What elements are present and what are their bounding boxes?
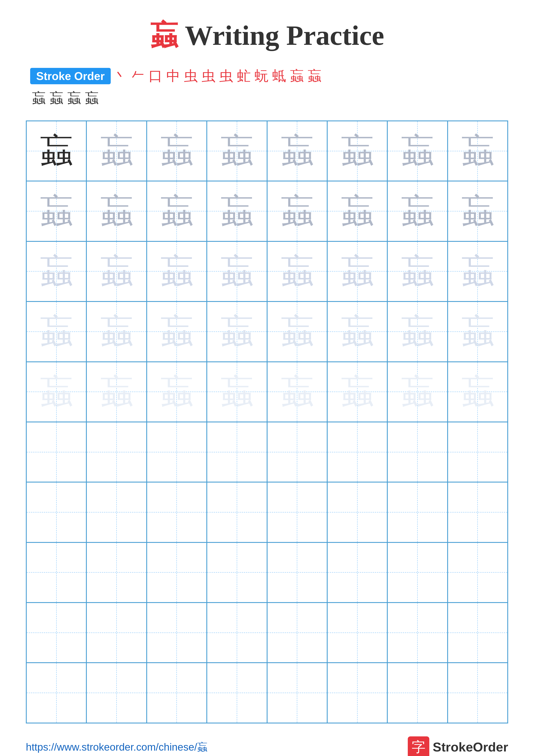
grid-cell[interactable]: 蝱	[207, 241, 267, 302]
grid-cell[interactable]	[26, 422, 87, 482]
grid-cell[interactable]: 蝱	[147, 302, 207, 362]
grid-cell[interactable]: 蝱	[26, 302, 87, 362]
grid-cell[interactable]: 蝱	[267, 302, 327, 362]
grid-cell[interactable]: 蝱	[267, 362, 327, 422]
grid-cell[interactable]	[447, 542, 508, 603]
grid-cell[interactable]	[267, 542, 327, 603]
grid-cell[interactable]: 蝱	[147, 362, 207, 422]
grid-cell[interactable]: 蝱	[327, 302, 387, 362]
grid-cell[interactable]: 蝱	[267, 241, 327, 302]
grid-cell[interactable]: 蝱	[327, 121, 387, 181]
grid-cell[interactable]: 蝱	[87, 241, 146, 302]
grid-cell[interactable]: 蝱	[26, 121, 87, 181]
grid-cell[interactable]: 蝱	[26, 362, 87, 422]
grid-cell[interactable]: 蝱	[327, 362, 387, 422]
grid-cell[interactable]: 蝱	[207, 181, 267, 241]
grid-cell[interactable]	[87, 542, 146, 603]
grid-cell[interactable]: 蝱	[147, 121, 207, 181]
stroke-r2-3: 蝱	[67, 89, 81, 108]
grid-cell[interactable]	[327, 542, 387, 603]
grid-cell[interactable]: 蝱	[207, 302, 267, 362]
grid-cell[interactable]	[147, 663, 207, 723]
grid-cell[interactable]: 蝱	[387, 302, 447, 362]
grid-cell[interactable]: 蝱	[26, 181, 87, 241]
grid-cell[interactable]	[207, 422, 267, 482]
practice-char: 蝱	[461, 195, 495, 228]
practice-char: 蝱	[39, 375, 73, 409]
grid-cell[interactable]	[26, 663, 87, 723]
grid-cell[interactable]: 蝱	[447, 362, 508, 422]
grid-cell[interactable]: 蝱	[387, 241, 447, 302]
practice-char: 蝱	[220, 375, 254, 409]
grid-cell[interactable]	[387, 422, 447, 482]
grid-cell[interactable]: 蝱	[327, 241, 387, 302]
grid-cell[interactable]	[147, 603, 207, 663]
grid-cell[interactable]	[387, 663, 447, 723]
grid-cell[interactable]	[327, 603, 387, 663]
grid-cell[interactable]	[87, 663, 146, 723]
practice-char: 蝱	[401, 195, 434, 228]
practice-char: 蝱	[280, 134, 314, 168]
grid-cell[interactable]: 蝱	[87, 121, 146, 181]
grid-cell[interactable]	[447, 603, 508, 663]
stroke-6: 虫	[202, 67, 216, 85]
grid-cell[interactable]	[387, 482, 447, 542]
grid-cell[interactable]: 蝱	[87, 362, 146, 422]
grid-cell[interactable]	[26, 542, 87, 603]
footer-url[interactable]: https://www.strokeorder.com/chinese/蝱	[26, 740, 207, 754]
grid-cell[interactable]	[327, 422, 387, 482]
grid-cell[interactable]	[267, 422, 327, 482]
grid-cell[interactable]	[87, 422, 146, 482]
grid-cell[interactable]: 蝱	[387, 362, 447, 422]
grid-cell[interactable]: 蝱	[147, 181, 207, 241]
grid-cell[interactable]	[447, 663, 508, 723]
grid-cell[interactable]: 蝱	[327, 181, 387, 241]
grid-cell[interactable]	[147, 422, 207, 482]
practice-char: 蝱	[280, 255, 314, 288]
grid-cell[interactable]	[267, 663, 327, 723]
grid-cell[interactable]: 蝱	[267, 121, 327, 181]
grid-cell[interactable]: 蝱	[387, 121, 447, 181]
grid-cell[interactable]	[26, 482, 87, 542]
grid-cell[interactable]: 蝱	[87, 181, 146, 241]
grid-cell[interactable]	[87, 482, 146, 542]
grid-row-7	[26, 482, 508, 542]
grid-row-1: 蝱 蝱 蝱 蝱 蝱 蝱 蝱 蝱	[26, 121, 508, 181]
grid-cell[interactable]	[447, 482, 508, 542]
grid-cell[interactable]	[207, 542, 267, 603]
stroke-r2-2: 蝱	[50, 89, 63, 108]
grid-cell[interactable]	[387, 542, 447, 603]
grid-cell[interactable]: 蝱	[447, 241, 508, 302]
grid-cell[interactable]: 蝱	[26, 241, 87, 302]
grid-cell[interactable]: 蝱	[447, 302, 508, 362]
grid-cell[interactable]	[207, 482, 267, 542]
grid-cell[interactable]	[207, 603, 267, 663]
grid-cell[interactable]	[447, 422, 508, 482]
grid-cell[interactable]	[147, 542, 207, 603]
grid-cell[interactable]	[267, 482, 327, 542]
practice-grid: 蝱 蝱 蝱 蝱 蝱 蝱 蝱 蝱 蝱 蝱 蝱 蝱 蝱 蝱 蝱 蝱 蝱 蝱 蝱 蝱 …	[26, 121, 508, 723]
grid-cell[interactable]: 蝱	[207, 121, 267, 181]
grid-cell[interactable]: 蝱	[147, 241, 207, 302]
practice-char: 蝱	[280, 375, 314, 409]
grid-cell[interactable]: 蝱	[447, 121, 508, 181]
grid-cell[interactable]: 蝱	[387, 181, 447, 241]
grid-cell[interactable]	[207, 663, 267, 723]
grid-row-8	[26, 542, 508, 603]
practice-char: 蝱	[39, 134, 73, 168]
grid-cell[interactable]	[147, 482, 207, 542]
grid-cell[interactable]: 蝱	[267, 181, 327, 241]
grid-cell[interactable]	[327, 663, 387, 723]
grid-cell[interactable]	[87, 603, 146, 663]
title-suffix: Writing Practice	[178, 20, 384, 51]
grid-cell[interactable]: 蝱	[87, 302, 146, 362]
grid-cell[interactable]: 蝱	[447, 181, 508, 241]
grid-cell[interactable]	[387, 603, 447, 663]
grid-cell[interactable]	[26, 603, 87, 663]
grid-cell[interactable]: 蝱	[207, 362, 267, 422]
stroke-order-badge: Stroke Order	[30, 68, 111, 84]
stroke-8: 虻	[237, 67, 251, 85]
grid-cell[interactable]	[327, 482, 387, 542]
grid-cell[interactable]	[267, 603, 327, 663]
stroke-3: 口	[149, 67, 163, 85]
